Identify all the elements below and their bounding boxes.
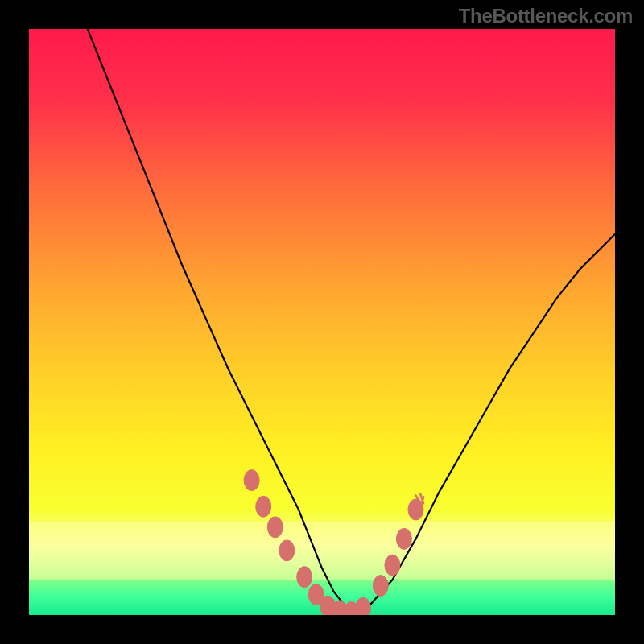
curve-marker <box>385 555 400 576</box>
curve-marker <box>297 567 312 588</box>
highlight-band <box>29 522 615 580</box>
curve-marker <box>256 496 271 517</box>
curve-marker <box>267 517 283 538</box>
chart-frame: TheBottleneck.com <box>0 0 644 644</box>
bottleneck-chart <box>29 29 615 615</box>
curve-marker <box>396 528 411 549</box>
curve-marker <box>373 576 388 597</box>
curve-marker <box>356 597 371 615</box>
curve-marker <box>244 470 259 491</box>
watermark-text: TheBottleneck.com <box>459 5 633 27</box>
curve-marker <box>279 540 295 561</box>
